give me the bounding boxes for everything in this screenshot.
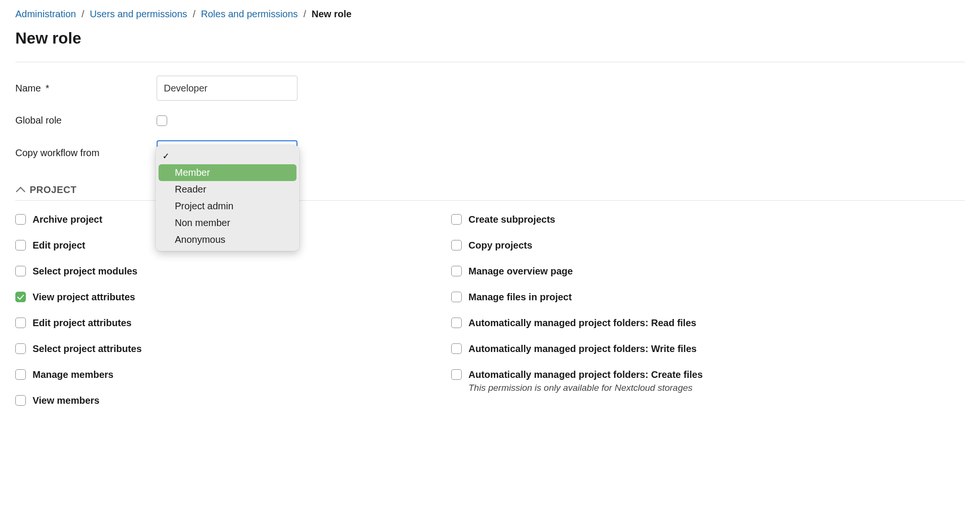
permission-auto-folders-read: Automatically managed project folders: R… — [451, 317, 965, 329]
permission-label: Manage overview page — [468, 265, 573, 277]
permission-create-subprojects: Create subprojects — [451, 213, 965, 226]
global-role-label: Global role — [15, 115, 157, 126]
dropdown-option-anonymous[interactable]: Anonymous — [159, 231, 296, 248]
dropdown-option-non-member[interactable]: Non member — [159, 215, 296, 231]
permission-checkbox[interactable] — [451, 343, 462, 354]
permission-label: View members — [33, 394, 100, 407]
breadcrumb-link-users-permissions[interactable]: Users and permissions — [90, 9, 187, 19]
permission-label: Select project modules — [33, 265, 137, 277]
dropdown-option-label: Project admin — [175, 201, 233, 212]
permission-manage-overview-page: Manage overview page — [451, 265, 965, 277]
permission-checkbox[interactable] — [451, 318, 462, 328]
copy-workflow-label: Copy workflow from — [15, 148, 157, 159]
page-title: New role — [15, 29, 965, 47]
permission-checkbox[interactable] — [451, 214, 462, 225]
dropdown-option-blank[interactable]: ✓ — [159, 148, 296, 164]
copy-workflow-dropdown: ✓ Member Reader Project admin Non member… — [156, 145, 299, 251]
breadcrumb-link-roles-permissions[interactable]: Roles and permissions — [201, 9, 298, 19]
permission-view-members: View members — [15, 394, 432, 407]
divider — [15, 62, 965, 62]
permission-checkbox[interactable] — [451, 240, 462, 250]
breadcrumb-separator: / — [193, 9, 195, 19]
name-label: Name * — [15, 83, 157, 94]
permission-label: Select project attributes — [33, 342, 142, 355]
permission-checkbox[interactable] — [451, 292, 462, 302]
breadcrumb-link-administration[interactable]: Administration — [15, 9, 76, 19]
check-icon: ✓ — [162, 151, 175, 161]
permission-label: Edit project — [33, 239, 85, 251]
permission-checkbox[interactable] — [15, 266, 26, 276]
permission-label: View project attributes — [33, 291, 135, 303]
permission-checkbox[interactable] — [15, 292, 26, 302]
dropdown-option-label: Non member — [175, 217, 230, 228]
dropdown-option-label: Reader — [175, 184, 206, 195]
permission-label: Manage members — [33, 368, 114, 381]
permission-checkbox[interactable] — [15, 214, 26, 225]
breadcrumb-separator: / — [303, 9, 306, 19]
permission-label: Create subprojects — [468, 213, 555, 226]
permission-edit-project-attributes: Edit project attributes — [15, 317, 432, 329]
name-input[interactable] — [157, 76, 297, 101]
permission-note: This permission is only available for Ne… — [468, 383, 703, 393]
dropdown-option-member[interactable]: Member — [159, 164, 296, 181]
permission-label: Automatically managed project folders: C… — [468, 368, 703, 381]
permission-select-project-modules: Select project modules — [15, 265, 432, 277]
dropdown-option-label: Member — [175, 167, 210, 178]
permission-auto-folders-write: Automatically managed project folders: W… — [451, 342, 965, 355]
dropdown-option-project-admin[interactable]: Project admin — [159, 198, 296, 215]
permission-checkbox[interactable] — [15, 343, 26, 354]
required-marker: * — [46, 83, 49, 93]
permission-label: Automatically managed project folders: W… — [468, 342, 696, 355]
breadcrumb: Administration / Users and permissions /… — [15, 9, 965, 20]
permissions-column-right: Create subprojects Copy projects Manage … — [451, 213, 965, 407]
permission-checkbox[interactable] — [451, 266, 462, 276]
permission-checkbox[interactable] — [15, 369, 26, 380]
permission-checkbox[interactable] — [451, 369, 462, 380]
permission-label: Archive project — [33, 213, 103, 226]
global-role-checkbox[interactable] — [157, 115, 167, 126]
permission-label: Manage files in project — [468, 291, 572, 303]
dropdown-option-reader[interactable]: Reader — [159, 181, 296, 198]
permission-select-project-attributes: Select project attributes — [15, 342, 432, 355]
form-row-copy-workflow: Copy workflow from ✓ Member Reader Proje… — [15, 140, 965, 165]
permission-manage-files-in-project: Manage files in project — [451, 291, 965, 303]
permission-checkbox[interactable] — [15, 318, 26, 328]
breadcrumb-separator: / — [81, 9, 84, 19]
permission-checkbox[interactable] — [15, 395, 26, 406]
permission-label: Automatically managed project folders: R… — [468, 317, 696, 329]
dropdown-option-label: Anonymous — [175, 234, 226, 245]
permission-view-project-attributes: View project attributes — [15, 291, 432, 303]
permission-label: Copy projects — [468, 239, 532, 251]
form-row-name: Name * — [15, 76, 965, 101]
form-row-global-role: Global role — [15, 115, 965, 126]
section-title: PROJECT — [30, 184, 77, 195]
permission-auto-folders-create: Automatically managed project folders: C… — [451, 368, 965, 393]
permission-label: Edit project attributes — [33, 317, 132, 329]
permission-copy-projects: Copy projects — [451, 239, 965, 251]
permission-manage-members: Manage members — [15, 368, 432, 381]
breadcrumb-current: New role — [312, 9, 352, 19]
permission-checkbox[interactable] — [15, 240, 26, 250]
chevron-up-icon — [16, 187, 25, 196]
